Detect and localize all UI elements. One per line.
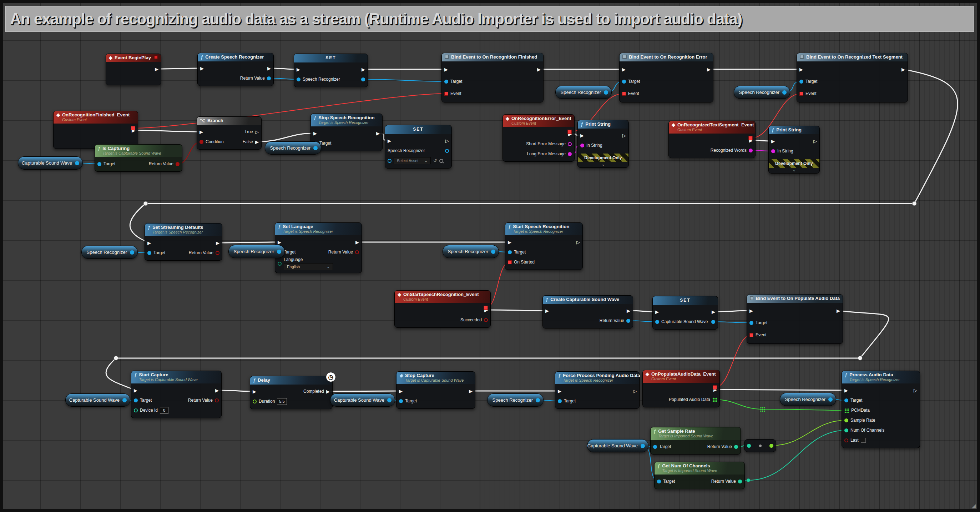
node-stop_capture[interactable]: ◈Stop CaptureTarget is Capturable Sound … [396, 371, 476, 409]
node-start_capture[interactable]: ƒStart CaptureTarget is Capturable Sound… [131, 371, 222, 418]
node-ev_populate[interactable]: ◈OnPopulateAudioData_EventCustom Event▶P… [643, 370, 720, 407]
dur-pin[interactable] [253, 400, 256, 404]
x_out-pin[interactable]: ▷ [576, 240, 580, 244]
val-pin[interactable] [297, 78, 301, 81]
x_in-pin[interactable]: ▶ [278, 240, 281, 244]
event-pin[interactable] [622, 92, 626, 96]
x_in-pin[interactable]: ▶ [655, 309, 659, 314]
node-get_sample_rate[interactable]: ƒGet Sample RateTarget is Imported Sound… [650, 427, 741, 455]
delegate-pin[interactable] [484, 306, 488, 310]
variable-get-speech-recognizer[interactable]: Speech Recognizer [228, 245, 285, 258]
reroute-node[interactable] [143, 201, 148, 206]
out-pin[interactable] [130, 250, 134, 255]
variable-get-speech-recognizer[interactable]: Speech Recognizer [81, 246, 138, 259]
target-pin[interactable] [399, 399, 403, 403]
rv-pin[interactable] [176, 162, 180, 166]
x_out-pin[interactable]: ▶ [216, 241, 220, 245]
x_in-pin[interactable]: ▶ [199, 129, 203, 134]
x_in-pin[interactable]: ▶ [749, 308, 753, 313]
target-pin[interactable] [558, 399, 562, 403]
event-pin[interactable] [799, 92, 803, 96]
node-ev_start_sr[interactable]: ◈OnStartSpeechRecognition_EventCustom Ev… [395, 290, 491, 328]
x_in-pin[interactable]: ▶ [771, 139, 775, 144]
resize-corner-icon[interactable]: ◢ [971, 503, 976, 509]
target-pin[interactable] [97, 162, 101, 166]
conversion-node-int-to-float[interactable] [744, 439, 776, 452]
target-pin[interactable] [134, 399, 138, 402]
true-pin[interactable]: ▷ [255, 129, 259, 134]
node-set_sr2[interactable]: SET▶▷Speech RecognizerSelect Asset⌄↺ [385, 125, 452, 169]
variable-get-speech-recognizer[interactable]: Speech Recognizer [734, 86, 790, 99]
out-pin[interactable] [782, 90, 787, 95]
node-bind_segment[interactable]: Bind Event to On Recognized Text Segment… [797, 53, 908, 102]
in-pin[interactable] [747, 444, 751, 448]
x_in-pin[interactable]: ▶ [134, 388, 137, 393]
dropdown[interactable]: English⌄ [284, 263, 333, 270]
node-bind_finished[interactable]: Bind Event to On Recognition Finished▶▶T… [441, 53, 544, 102]
variable-get-speech-recognizer[interactable]: Speech Recognizer [780, 393, 836, 406]
reroute-node[interactable] [912, 201, 917, 206]
rv-pin[interactable] [267, 77, 271, 80]
variable-get-capturable-sound-wave[interactable]: Capturable Sound Wave [18, 156, 83, 170]
target-pin[interactable] [749, 321, 753, 325]
node-ev_error[interactable]: ◈OnRecognitionError_EventCustom Event▶Sh… [503, 114, 574, 162]
delegate-pin[interactable] [568, 129, 572, 134]
out-pin[interactable] [387, 398, 391, 402]
out-pin[interactable] [313, 146, 318, 150]
short-pin[interactable] [568, 142, 572, 146]
value-field[interactable]: 5.5 [277, 398, 286, 405]
node-bind_error[interactable]: Bind Event to On Recognition Error▶▶Targ… [619, 53, 713, 102]
reroute-node[interactable] [760, 407, 765, 412]
node-begin_play[interactable]: ◈Event BeginPlay▶ [106, 54, 161, 85]
variable-get-capturable-sound-wave[interactable]: Capturable Sound Wave [65, 394, 130, 407]
x_out-pin[interactable]: ▶ [537, 67, 541, 72]
x_out-pin[interactable]: ▶ [155, 67, 159, 72]
node-is_capturing[interactable]: ƒIs CapturingTarget is Capturable Sound … [95, 144, 182, 172]
x_out-pin[interactable]: ▶ [707, 67, 711, 72]
node-set_stream_defaults[interactable]: ƒSet Streaming DefaultsTarget is Speech … [145, 223, 222, 261]
rv-pin[interactable] [734, 445, 738, 449]
x_in-pin[interactable]: ▶ [558, 389, 562, 394]
delegate-pin[interactable] [713, 385, 717, 389]
rv-pin[interactable] [215, 399, 219, 402]
reroute-node[interactable] [114, 356, 118, 360]
target-pin[interactable] [147, 251, 151, 255]
completed-pin[interactable]: ▶ [326, 389, 330, 394]
x_in-pin[interactable]: ▶ [313, 131, 317, 136]
expand-chevron-icon[interactable]: ⌄ [578, 162, 628, 167]
node-set_sr_top[interactable]: SET▶▶Speech Recognizer [294, 54, 368, 87]
x_out-pin[interactable]: ▶ [837, 308, 840, 313]
pcm-pin[interactable] [845, 408, 849, 413]
valout-pin[interactable] [445, 149, 449, 153]
out-pin[interactable] [641, 444, 645, 448]
target-pin[interactable] [845, 399, 848, 402]
out-pin[interactable] [828, 397, 833, 402]
node-delay[interactable]: ƒDelay▶▶CompletedDuration5.5◷ [250, 376, 332, 409]
variable-get-capturable-sound-wave[interactable]: Capturable Sound Wave [330, 394, 395, 407]
x_out-pin[interactable]: ▷ [445, 139, 449, 143]
target-pin[interactable] [657, 480, 661, 483]
node-branch[interactable]: ⌥Branch▶▷TrueCondition▶False [197, 116, 262, 150]
x_in-pin[interactable]: ▶ [545, 308, 549, 313]
x_in-pin[interactable]: ▶ [388, 139, 391, 143]
words-pin[interactable] [749, 148, 752, 152]
x_in-pin[interactable]: ▶ [508, 240, 511, 244]
instr-pin[interactable] [771, 149, 775, 153]
target-pin[interactable] [444, 80, 448, 83]
rv-pin[interactable] [355, 250, 359, 254]
valout-pin[interactable] [361, 78, 365, 81]
rv-pin[interactable] [216, 251, 220, 255]
succ-pin[interactable] [484, 318, 488, 322]
x_out-pin[interactable]: ▶ [469, 389, 473, 394]
node-print2[interactable]: ƒPrint String▶▷In StringDevelopment Only… [768, 126, 820, 174]
x_out-pin[interactable]: ▷ [622, 133, 626, 138]
out-pin[interactable] [123, 398, 127, 402]
val-pin[interactable] [388, 159, 391, 163]
node-bind_populate[interactable]: Bind Event to On Populate Audio Data▶▶Ta… [746, 294, 843, 344]
out-pin[interactable] [770, 444, 773, 448]
last-pin[interactable] [845, 439, 848, 442]
val-pin[interactable] [655, 320, 659, 324]
variable-get-speech-recognizer[interactable]: Speech Recognizer [442, 245, 499, 258]
value-field[interactable]: 0 [160, 407, 169, 414]
x_in-pin[interactable]: ▶ [622, 67, 625, 72]
